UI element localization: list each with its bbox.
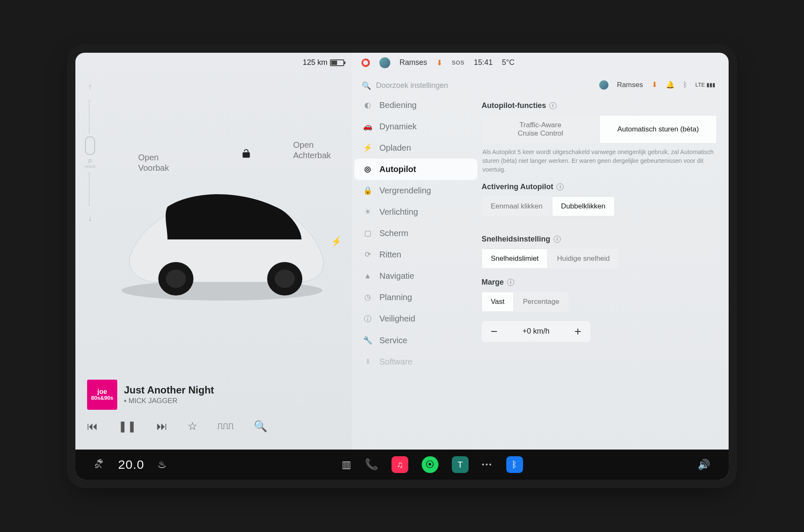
bluetooth-app[interactable]: ᛒ: [506, 456, 523, 473]
tacc-option[interactable]: Traffic-Aware Cruise Control: [482, 115, 599, 144]
sidebar-item-software[interactable]: ⬇Software: [354, 351, 477, 373]
info-icon[interactable]: i: [557, 183, 564, 190]
car-status-pane: 125 km ↑ P HOLD ↓ Open: [75, 53, 352, 450]
scroll-down-icon[interactable]: ↓: [85, 209, 95, 228]
volume-button[interactable]: 🔊: [698, 459, 710, 470]
autopilot-settings: Ramses ⬇ 🔔 ᛒ LTE ▮▮▮ Autopilot-functies …: [477, 73, 729, 450]
svg-point-2: [166, 270, 186, 288]
lock-icon: 🔒: [363, 186, 373, 195]
main-content: 125 km ↑ P HOLD ↓ Open: [75, 53, 729, 450]
settings-sidebar: 🔍 Doorzoek instellingen ◐Bediening 🚗Dyna…: [352, 73, 477, 450]
profile-name[interactable]: Ramses: [399, 58, 427, 67]
offset-stepper: − +0 km/h +: [482, 321, 590, 342]
profile-avatar[interactable]: [379, 57, 390, 68]
outside-temp[interactable]: 5°C: [502, 58, 515, 67]
settings-search[interactable]: 🔍 Doorzoek instellingen: [354, 77, 477, 95]
single-click-option[interactable]: Eenmaal klikken: [482, 196, 552, 216]
signal-icon[interactable]: LTE ▮▮▮: [696, 82, 716, 88]
margin-title: Marge i: [482, 278, 717, 287]
sidebar-item-opladen[interactable]: ⚡Opladen: [354, 137, 477, 159]
sidebar-item-planning[interactable]: ◷Planning: [354, 287, 477, 308]
sidebar-label: Autopilot: [379, 164, 416, 174]
sidebar-item-vergrendeling[interactable]: 🔒Vergrendeling: [354, 180, 477, 201]
mini-avatar[interactable]: [599, 80, 608, 90]
play-pause-button[interactable]: ❚❚: [118, 420, 137, 433]
equalizer-button[interactable]: ⎍⎍⎍: [217, 421, 234, 432]
sidebar-item-dynamiek[interactable]: 🚗Dynamiek: [354, 116, 477, 137]
sidebar-item-navigatie[interactable]: ▲Navigatie: [354, 265, 477, 287]
app-dock: ⛐ 20.0 ♨ ▥ 📞 ♫ ⦿ T ••• ᛒ 🔊: [75, 450, 729, 480]
bolt-icon: ⚡: [363, 143, 373, 152]
lock-icon[interactable]: [241, 148, 252, 162]
sidebar-label: Veiligheid: [379, 314, 415, 324]
battery-icon: [330, 59, 344, 66]
display-icon: ▢: [363, 229, 373, 238]
autosteer-option[interactable]: Automatisch sturen (bèta): [599, 115, 717, 144]
sidebar-label: Dynamiek: [379, 122, 417, 131]
frunk-line1: Open: [138, 152, 169, 163]
music-app[interactable]: ♫: [392, 456, 408, 473]
media-now-playing[interactable]: joe 80s&90s Just Another Night ▪ MICK JA…: [84, 377, 343, 412]
sidebar-label: Navigatie: [379, 271, 414, 281]
mini-profile-name[interactable]: Ramses: [617, 81, 643, 89]
mini-download-icon[interactable]: ⬇: [652, 80, 657, 89]
sidebar-item-scherm[interactable]: ▢Scherm: [354, 223, 477, 244]
sidebar-label: Service: [379, 336, 407, 345]
title-text: Snelheidsinstelling: [482, 235, 550, 244]
phone-app[interactable]: 📞: [365, 458, 378, 471]
scroll-up-icon[interactable]: ↑: [85, 77, 95, 96]
defrost-button[interactable]: ▥: [342, 459, 351, 470]
download-icon[interactable]: ⬇: [436, 58, 443, 67]
tidal-app[interactable]: T: [452, 456, 469, 473]
seat-heater-button[interactable]: ♨: [157, 459, 167, 470]
sidebar-item-autopilot[interactable]: ◎Autopilot: [354, 159, 477, 180]
spotify-app[interactable]: ⦿: [422, 456, 438, 473]
car-controls-button[interactable]: ⛐: [94, 458, 105, 471]
sidebar-item-ritten[interactable]: ⟳Ritten: [354, 244, 477, 265]
car-icon: 🚗: [363, 122, 373, 131]
info-icon[interactable]: i: [507, 279, 514, 286]
touchscreen: 125 km ↑ P HOLD ↓ Open: [75, 53, 729, 480]
offset-minus-button[interactable]: −: [482, 321, 507, 342]
sentry-icon[interactable]: ⭕: [361, 58, 370, 67]
sidebar-label: Ritten: [379, 250, 401, 260]
card-scroll-rail[interactable]: ↑ P HOLD ↓: [83, 77, 97, 228]
double-click-option[interactable]: Dubbelklikken: [552, 196, 615, 216]
bluetooth-icon[interactable]: ᛒ: [683, 81, 687, 89]
media-search-button[interactable]: 🔍: [254, 420, 267, 433]
gear-letter: P: [85, 158, 95, 164]
clock: 15:41: [474, 58, 492, 67]
car-visualization[interactable]: ↑ P HOLD ↓ Open Voorbak Open Achte: [75, 73, 352, 450]
climate-temp[interactable]: 20.0: [118, 457, 144, 472]
offset-plus-button[interactable]: +: [565, 321, 590, 342]
sidebar-item-verlichting[interactable]: ☀Verlichting: [354, 201, 477, 223]
next-track-button[interactable]: ⏭: [157, 420, 168, 433]
search-placeholder: Doorzoek instellingen: [376, 81, 448, 90]
bell-icon[interactable]: 🔔: [666, 80, 675, 89]
sidebar-label: Software: [379, 357, 412, 367]
trunk-button[interactable]: Open Achterbak: [293, 140, 331, 161]
svg-point-4: [275, 270, 295, 288]
fixed-option[interactable]: Vast: [482, 292, 514, 312]
trunk-line1: Open: [293, 140, 331, 150]
station-top: joe: [97, 388, 107, 395]
right-body: 🔍 Doorzoek instellingen ◐Bediening 🚗Dyna…: [352, 73, 729, 450]
info-icon[interactable]: i: [549, 102, 557, 109]
sos-button[interactable]: SOS: [452, 59, 464, 66]
range-readout[interactable]: 125 km: [303, 58, 344, 67]
sidebar-item-veiligheid[interactable]: ⓘVeiligheid: [354, 308, 477, 330]
activation-title: Activering Autopilot i: [482, 182, 717, 191]
current-speed-option[interactable]: Huidige snelheid: [548, 249, 619, 269]
prev-track-button[interactable]: ⏮: [87, 420, 98, 433]
more-apps-button[interactable]: •••: [482, 461, 493, 468]
favorite-button[interactable]: ☆: [188, 420, 197, 433]
autopilot-mode-segment: Traffic-Aware Cruise Control Automatisch…: [482, 115, 717, 144]
speed-limit-option[interactable]: Snelheidslimiet: [482, 249, 548, 269]
sidebar-item-bediening[interactable]: ◐Bediening: [354, 95, 477, 116]
range-text: 125 km: [303, 58, 327, 67]
sidebar-item-service[interactable]: 🔧Service: [354, 330, 477, 351]
info-icon[interactable]: i: [554, 236, 561, 243]
autopilot-functions-title: Autopilot-functies i: [482, 101, 717, 110]
percentage-option[interactable]: Percentage: [514, 292, 569, 312]
info-icon: ⓘ: [363, 314, 373, 324]
